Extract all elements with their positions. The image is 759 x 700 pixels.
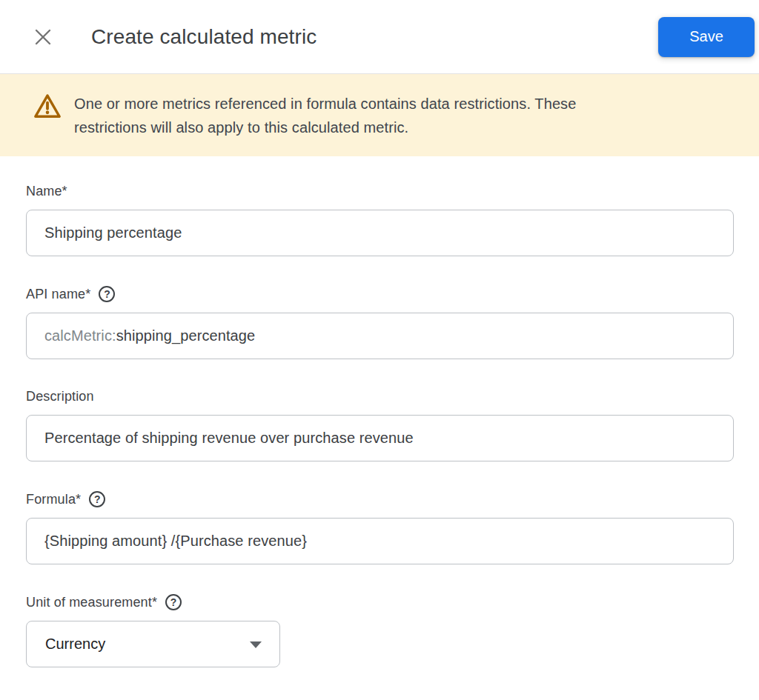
formula-help-icon[interactable]: ? xyxy=(89,491,105,507)
unit-selected-value: Currency xyxy=(45,636,105,653)
close-icon xyxy=(33,27,53,47)
warning-icon xyxy=(33,93,62,122)
formula-input[interactable] xyxy=(26,518,734,564)
unit-help-icon[interactable]: ? xyxy=(165,594,182,610)
close-button[interactable] xyxy=(32,26,54,48)
warning-message: One or more metrics referenced in formul… xyxy=(74,92,576,139)
page-title: Create calculated metric xyxy=(91,25,316,49)
name-label: Name* xyxy=(26,184,67,199)
formula-label: Formula* xyxy=(26,492,81,507)
dialog-header: Create calculated metric Save xyxy=(0,0,759,74)
api-name-input[interactable]: calcMetric:shipping_percentage xyxy=(26,313,734,359)
description-label: Description xyxy=(26,389,94,404)
api-name-value: shipping_percentage xyxy=(116,327,256,344)
api-name-prefix: calcMetric: xyxy=(44,327,116,344)
name-input[interactable] xyxy=(26,210,734,256)
api-name-field-group: API name* ? calcMetric:shipping_percenta… xyxy=(26,286,734,359)
warning-banner: One or more metrics referenced in formul… xyxy=(0,74,759,156)
formula-field-group: Formula* ? xyxy=(26,491,734,564)
unit-field-group: Unit of measurement* ? Currency xyxy=(26,594,734,667)
description-input[interactable] xyxy=(26,415,734,461)
api-name-label: API name* xyxy=(26,287,90,302)
calculated-metric-form: Name* API name* ? calcMetric:shipping_pe… xyxy=(0,156,759,667)
name-field-group: Name* xyxy=(26,184,734,256)
unit-select[interactable]: Currency xyxy=(26,621,280,667)
api-name-help-icon[interactable]: ? xyxy=(99,286,115,302)
chevron-down-icon xyxy=(250,641,262,648)
description-field-group: Description xyxy=(26,389,734,461)
save-button[interactable]: Save xyxy=(658,17,755,57)
unit-label: Unit of measurement* xyxy=(26,595,157,610)
